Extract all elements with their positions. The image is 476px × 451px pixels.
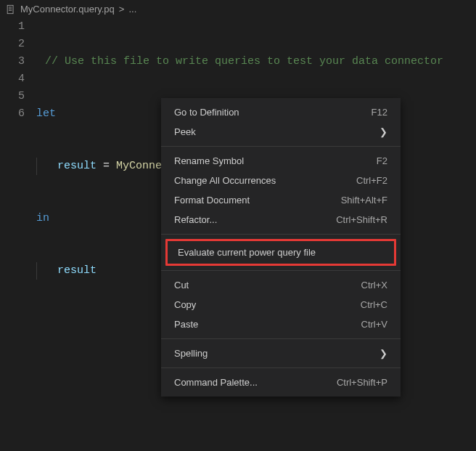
- breadcrumb-filename[interactable]: MyConnector.query.pq: [20, 4, 115, 15]
- token-punct: =: [97, 160, 116, 172]
- chevron-right-icon: ❯: [379, 126, 387, 137]
- menu-command-palette[interactable]: Command Palette... Ctrl+Shift+P: [161, 373, 401, 392]
- menu-label: Command Palette...: [174, 377, 258, 388]
- token-identifier: result: [57, 264, 97, 277]
- menu-shortcut: Ctrl+Shift+P: [337, 377, 387, 388]
- menu-separator: [161, 367, 401, 368]
- menu-label: Go to Definition: [174, 107, 239, 118]
- menu-spelling[interactable]: Spelling ❯: [161, 344, 401, 363]
- menu-shortcut: Ctrl+F2: [356, 175, 387, 186]
- menu-rename-symbol[interactable]: Rename Symbol F2: [161, 151, 401, 171]
- token-comment: // Use this file to write queries to tes…: [45, 55, 443, 68]
- menu-format-document[interactable]: Format Document Shift+Alt+F: [161, 190, 401, 210]
- code-line[interactable]: // Use this file to write queries to tes…: [36, 53, 476, 70]
- menu-label: Rename Symbol: [174, 155, 244, 166]
- menu-cut[interactable]: Cut Ctrl+X: [161, 275, 401, 295]
- breadcrumb-separator: >: [119, 4, 125, 15]
- menu-label: Spelling: [174, 348, 208, 359]
- token-keyword: let: [36, 107, 56, 120]
- context-menu: Go to Definition F12 Peek ❯ Rename Symbo…: [161, 98, 401, 397]
- menu-label: Copy: [174, 299, 196, 310]
- menu-change-all[interactable]: Change All Occurrences Ctrl+F2: [161, 171, 401, 190]
- line-number: 4: [0, 70, 25, 88]
- line-number: 3: [0, 53, 25, 70]
- token-identifier: result: [57, 160, 97, 172]
- menu-label: Peek: [174, 126, 196, 137]
- menu-separator: [161, 338, 401, 339]
- breadcrumb[interactable]: MyConnector.query.pq > ...: [0, 0, 476, 18]
- highlighted-menu-item: Evaluate current power query file: [165, 239, 396, 266]
- menu-shortcut: Ctrl+V: [361, 319, 387, 330]
- menu-evaluate-pq[interactable]: Evaluate current power query file: [168, 241, 394, 264]
- menu-label: Evaluate current power query file: [178, 247, 316, 258]
- menu-goto-definition[interactable]: Go to Definition F12: [161, 102, 401, 122]
- file-icon: [6, 4, 16, 15]
- menu-shortcut: Ctrl+C: [361, 299, 387, 310]
- menu-shortcut: F12: [372, 107, 387, 118]
- menu-separator: [161, 234, 401, 235]
- menu-shortcut: Shift+Alt+F: [341, 195, 387, 206]
- menu-shortcut: F2: [377, 155, 387, 166]
- menu-separator: [161, 270, 401, 271]
- line-number: 6: [0, 105, 25, 123]
- menu-label: Cut: [174, 280, 189, 290]
- menu-separator: [161, 146, 401, 147]
- line-number: 2: [0, 36, 25, 53]
- line-number: 5: [0, 88, 25, 105]
- chevron-right-icon: ❯: [379, 348, 387, 359]
- menu-paste[interactable]: Paste Ctrl+V: [161, 314, 401, 334]
- menu-label: Format Document: [174, 195, 250, 206]
- menu-shortcut: Ctrl+Shift+R: [336, 214, 387, 225]
- menu-shortcut: Ctrl+X: [361, 280, 387, 290]
- menu-refactor[interactable]: Refactor... Ctrl+Shift+R: [161, 210, 401, 229]
- svg-rect-0: [7, 5, 13, 13]
- menu-copy[interactable]: Copy Ctrl+C: [161, 295, 401, 314]
- menu-label: Paste: [174, 319, 198, 330]
- menu-peek[interactable]: Peek ❯: [161, 122, 401, 142]
- token-keyword: in: [36, 212, 49, 224]
- breadcrumb-trail[interactable]: ...: [128, 4, 136, 15]
- line-gutter: 1 2 3 4 5 6: [0, 18, 36, 367]
- menu-label: Refactor...: [174, 214, 217, 225]
- line-number: 1: [0, 18, 25, 36]
- menu-label: Change All Occurrences: [174, 175, 276, 186]
